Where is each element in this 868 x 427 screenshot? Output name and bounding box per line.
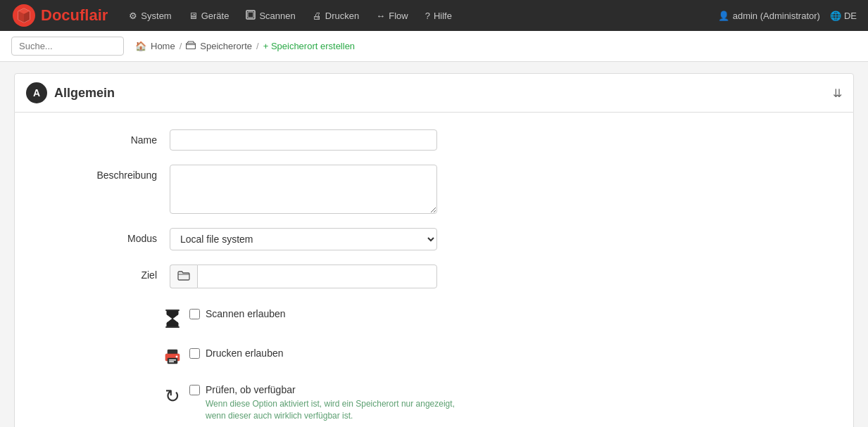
user-icon: 👤	[718, 11, 729, 21]
monitor-icon: 🖥	[189, 11, 198, 21]
print-icon-col	[156, 348, 189, 369]
modus-label: Modus	[57, 228, 170, 244]
page-wrapper: 🏠 Home / Speicherorte / + Speicherort er…	[0, 31, 868, 427]
modus-row: Modus Local file system FTP SFTP SMB Web…	[15, 228, 853, 250]
drucken-checkbox-row: Drucken erlauben	[156, 348, 811, 369]
pruefen-hint: Wenn diese Option aktiviert ist, wird ei…	[206, 398, 473, 422]
modus-select[interactable]: Local file system FTP SFTP SMB WebDAV	[170, 228, 437, 250]
breadcrumb-sep-1: /	[180, 41, 182, 51]
name-row: Name	[15, 129, 853, 151]
name-label: Name	[57, 129, 170, 146]
brand-name: Docuflair	[41, 6, 108, 25]
scannen-label-col: Scannen erlauben	[189, 308, 286, 319]
scannen-checkbox[interactable]	[189, 309, 200, 319]
pruefen-checkbox-label[interactable]: Prüfen, ob verfügbar	[189, 384, 473, 395]
svg-rect-8	[165, 326, 180, 328]
nav-scannen[interactable]: Scannen	[239, 6, 302, 26]
nav-system[interactable]: ⚙ System	[122, 6, 178, 25]
checkbox-rows: Scannen erlauben	[15, 302, 853, 427]
breadcrumb: 🏠 Home / Speicherorte / + Speicherort er…	[135, 41, 355, 51]
section-header: A Allgemein ⇊	[14, 73, 854, 113]
folder-open-icon	[177, 271, 190, 283]
scan-icon-col	[156, 308, 189, 332]
breadcrumb-storage-icon	[186, 41, 196, 51]
printer-icon	[165, 349, 180, 369]
ziel-row: Ziel	[15, 265, 853, 288]
drucken-label-col: Drucken erlauben	[189, 348, 284, 359]
pruefen-checkbox-row: ↻ Prüfen, ob verfügbar Wenn diese Option…	[156, 384, 811, 422]
nav-hilfe[interactable]: ? Hilfe	[418, 6, 459, 25]
main-content: A Allgemein ⇊ Name Beschreibung Modus	[0, 62, 868, 427]
drucken-checkbox[interactable]	[189, 348, 200, 359]
svg-rect-7	[165, 310, 180, 311]
beschreibung-label: Beschreibung	[57, 165, 170, 181]
scannen-checkbox-row: Scannen erlauben	[156, 308, 811, 332]
brand-logo-area[interactable]: Docuflair	[11, 3, 108, 28]
collapse-icon[interactable]: ⇊	[833, 87, 842, 100]
beschreibung-input[interactable]	[170, 165, 437, 214]
svg-rect-12	[169, 359, 176, 361]
name-input[interactable]	[170, 129, 437, 151]
search-input[interactable]	[11, 37, 124, 56]
drucken-checkbox-label[interactable]: Drucken erlauben	[189, 348, 284, 359]
svg-point-14	[176, 356, 178, 358]
plus-icon: +	[263, 41, 269, 51]
beschreibung-row: Beschreibung	[15, 165, 853, 214]
ziel-input[interactable]	[197, 265, 437, 288]
ziel-folder-button[interactable]	[170, 265, 197, 288]
language-selector[interactable]: 🌐 DE	[830, 11, 857, 21]
system-icon: ⚙	[129, 11, 137, 21]
refresh-icon-col: ↻	[156, 384, 189, 407]
breadcrumb-speicherorte[interactable]: Speicherorte	[200, 41, 252, 51]
nav-flow[interactable]: ↔ Flow	[369, 6, 415, 25]
user-info[interactable]: 👤 admin (Administrator)	[718, 11, 820, 21]
svg-rect-6	[187, 44, 196, 49]
svg-rect-13	[169, 362, 174, 363]
breadcrumb-create[interactable]: + Speicherort erstellen	[263, 41, 355, 51]
pruefen-label-col: Prüfen, ob verfügbar Wenn diese Option a…	[189, 384, 473, 422]
breadcrumb-sep-2: /	[256, 41, 259, 51]
nav-drucken[interactable]: 🖨 Drucken	[306, 6, 366, 25]
scan-icon	[246, 10, 256, 22]
hourglass-icon	[165, 310, 180, 332]
docuflair-logo	[11, 3, 37, 28]
navbar: Docuflair ⚙ System 🖥 Geräte Scannen 🖨 Dr…	[0, 0, 868, 31]
navbar-right: 👤 admin (Administrator) 🌐 DE	[718, 11, 857, 21]
ziel-input-group	[170, 265, 437, 288]
print-icon: 🖨	[313, 11, 322, 21]
globe-icon: 🌐	[830, 11, 841, 21]
refresh-icon: ↻	[165, 385, 180, 407]
home-icon: 🏠	[135, 41, 146, 51]
ziel-label: Ziel	[57, 265, 170, 281]
section-avatar: A	[26, 82, 47, 103]
flow-icon: ↔	[376, 11, 385, 21]
form-section: Name Beschreibung Modus Local file syste…	[14, 113, 854, 427]
top-bar: 🏠 Home / Speicherorte / + Speicherort er…	[0, 31, 868, 62]
scannen-checkbox-label[interactable]: Scannen erlauben	[189, 308, 286, 319]
help-icon: ?	[425, 11, 430, 21]
pruefen-checkbox[interactable]	[189, 385, 200, 395]
svg-rect-5	[248, 12, 253, 18]
drucken-cb-text: Drucken erlauben	[206, 348, 284, 359]
breadcrumb-home[interactable]: Home	[151, 41, 175, 51]
svg-rect-11	[168, 358, 177, 364]
nav-geraete[interactable]: 🖥 Geräte	[182, 6, 237, 25]
section-title: A Allgemein	[26, 82, 115, 103]
